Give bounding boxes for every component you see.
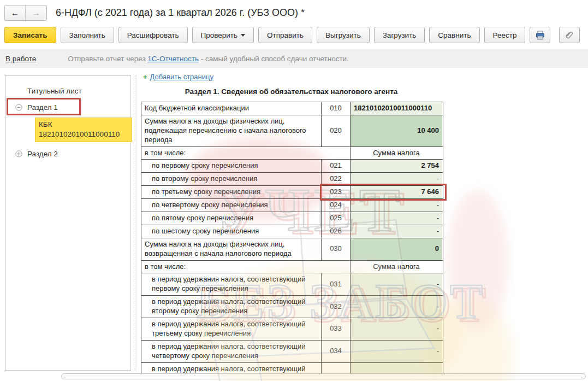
printer-icon: [536, 31, 545, 40]
row-value-field[interactable]: [351, 363, 442, 373]
row-value-field[interactable]: -: [351, 173, 442, 185]
table-row-031: в период удержания налога, соответствующ…: [141, 273, 443, 295]
expand-icon[interactable]: [15, 150, 22, 157]
toolbar-button-8[interactable]: Реестр: [484, 27, 526, 43]
back-icon[interactable]: ←: [5, 5, 26, 20]
row-value-field[interactable]: -: [351, 212, 442, 225]
chevron-down-icon: [241, 34, 245, 37]
row-label: по второму сроку перечисления: [141, 173, 322, 185]
form-area: +Добавить страницу Раздел 1. Сведения об…: [140, 71, 588, 373]
row-code: 032: [322, 296, 351, 318]
row-label: по первому сроку перечисления: [141, 160, 322, 172]
row-code: 033: [322, 318, 351, 340]
add-page-link[interactable]: Добавить страницу: [150, 73, 213, 81]
row-value-field[interactable]: -: [351, 225, 442, 238]
panel-splitter[interactable]: [135, 75, 136, 371]
report-state-link[interactable]: В работе: [5, 55, 36, 63]
subheader-label: в том числе:: [141, 147, 351, 160]
subheader-value: Сумма налога: [350, 147, 442, 160]
status-message-prefix: Отправьте отчет через: [68, 55, 147, 63]
table-row-010: Код бюджетной классификации0101821010201…: [141, 102, 443, 115]
toolbar-button-label: Сравнить: [438, 31, 471, 39]
row-label: в период удержания налога, соответствующ…: [141, 273, 322, 295]
row-value-field[interactable]: 10 400: [351, 115, 442, 146]
sidebar-item-kbk[interactable]: КБК18210102010011000110: [35, 118, 132, 142]
toolbar-button-7[interactable]: Сравнить: [429, 27, 479, 43]
table-row-033: в период удержания налога, соответствующ…: [141, 318, 443, 340]
table-row-022: по второму сроку перечисления022-: [141, 172, 443, 185]
row-code: 024: [322, 199, 351, 212]
sidebar-item-label: Титульный лист: [27, 87, 82, 95]
sidebar-item-1[interactable]: Раздел 1: [6, 101, 130, 113]
toolbar-button-6[interactable]: Загрузить: [374, 27, 425, 43]
toolbar-button-label: Заполнить: [69, 31, 105, 39]
status-message: Отправьте отчет через 1С-Отчетность - са…: [68, 55, 349, 63]
sidebar-item-0[interactable]: Титульный лист: [6, 85, 130, 97]
sidebar-item-label: Раздел 2: [27, 150, 58, 158]
toolbar-button-label: Реестр: [493, 31, 517, 39]
horizontal-scrollbar[interactable]: [61, 373, 586, 379]
toolbar-button-5[interactable]: Выгрузить: [317, 27, 370, 43]
table-subheader-row: в том числе:Сумма налога: [141, 260, 443, 273]
row-label: в период удержания налога, соответствующ…: [141, 296, 322, 318]
row-value-field[interactable]: 7 646: [351, 186, 442, 198]
table-row-032: в период удержания налога, соответствующ…: [141, 295, 443, 318]
paperclip-icon: [565, 31, 574, 39]
collapse-icon[interactable]: [15, 104, 22, 111]
sections-tree-panel: Титульный листРаздел 1КБК182101020100110…: [5, 75, 131, 371]
row-label: в период удержания налога, соответствующ…: [141, 341, 322, 362]
section-title: Раздел 1. Сведения об обязательствах нал…: [140, 87, 442, 96]
table-row-034: в период удержания налога, соответствующ…: [141, 340, 443, 362]
row-value-field[interactable]: 0: [351, 238, 442, 260]
table-row-023: по третьему сроку перечисления0237 646: [141, 185, 443, 198]
table-row-025: по пятому сроку перечисления025-: [141, 212, 443, 225]
subheader-label: в том числе:: [141, 261, 351, 273]
row-value-field[interactable]: 2 754: [351, 160, 442, 172]
row-value-field[interactable]: 18210102010011000110: [351, 102, 442, 115]
print-button[interactable]: [530, 27, 550, 43]
kbk-number: 18210102010011000110: [39, 130, 128, 139]
table-row-024: по четвертому сроку перечисления024-: [141, 198, 443, 212]
attach-button[interactable]: [559, 27, 580, 43]
row-value-field[interactable]: -: [351, 318, 442, 340]
toolbar-button-label: Загрузить: [383, 31, 417, 39]
row-value-field[interactable]: -: [351, 296, 442, 318]
row-code: 030: [322, 238, 351, 260]
section1-table: Код бюджетной классификации0101821010201…: [141, 102, 443, 373]
plus-icon: +: [143, 73, 147, 81]
toolbar-button-4[interactable]: Отправить: [258, 27, 312, 43]
add-page-row: +Добавить страницу: [143, 73, 588, 81]
row-code: 021: [322, 160, 351, 172]
toolbar-button-0[interactable]: Записать: [4, 27, 56, 43]
row-value-field[interactable]: -: [351, 199, 442, 212]
toolbar-button-label: Проверить: [201, 31, 238, 39]
window-titlebar: ← → 6-НДФЛ (с 2021 года) за 1 квартал 20…: [0, 0, 588, 25]
row-code: [322, 363, 351, 373]
toolbar-button-3[interactable]: Проверить: [192, 27, 254, 43]
sidebar-item-3[interactable]: Раздел 2: [6, 148, 130, 160]
row-code: 026: [322, 225, 351, 238]
sidebar-item-label: Раздел 1: [27, 103, 58, 112]
kbk-label: КБК: [39, 120, 128, 130]
toolbar-button-label: Выгрузить: [325, 31, 361, 39]
report-status-bar: В работе Отправьте отчет через 1С-Отчетн…: [0, 49, 588, 68]
1c-reporting-link[interactable]: 1С-Отчетность: [147, 55, 199, 63]
history-nav-group: ← →: [4, 5, 47, 21]
row-code: 034: [322, 341, 351, 362]
row-code: 031: [322, 273, 351, 295]
page-title: 6-НДФЛ (с 2021 года) за 1 квартал 2026 г…: [56, 7, 305, 19]
row-label: по шестому сроку перечисления: [141, 225, 322, 238]
row-label: Код бюджетной классификации: [141, 102, 322, 115]
table-row-030: Сумма налога на доходы физических лиц, в…: [141, 238, 443, 260]
forward-icon[interactable]: →: [26, 5, 46, 20]
table-row-020: Сумма налога на доходы физических лиц, п…: [141, 115, 443, 146]
table-row-021: по первому сроку перечисления0212 754: [141, 159, 443, 172]
row-code: 022: [322, 173, 351, 185]
row-value-field[interactable]: -: [351, 273, 442, 295]
row-label: по третьему сроку перечисления: [141, 186, 322, 198]
row-label: Сумма налога на доходы физических лиц, в…: [141, 238, 322, 260]
row-label: по четвертому сроку перечисления: [141, 199, 322, 212]
toolbar-button-2[interactable]: Расшифровать: [118, 27, 188, 43]
toolbar-button-1[interactable]: Заполнить: [61, 27, 114, 43]
row-value-field[interactable]: -: [351, 341, 442, 362]
